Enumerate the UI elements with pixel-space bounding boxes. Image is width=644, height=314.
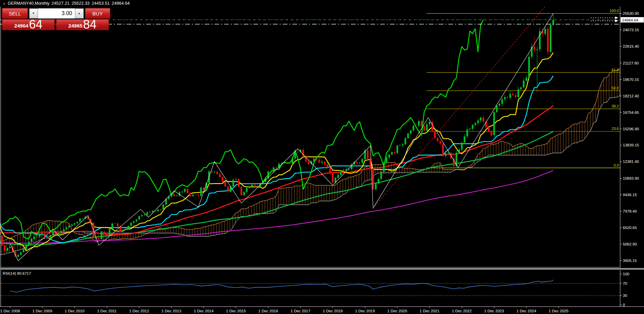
candle: [23, 249, 25, 252]
rsi-scale-label: 70: [623, 281, 627, 285]
chart-area[interactable]: 100.061.850.038.223.60.025530.9024073.15…: [0, 0, 644, 314]
candle: [458, 150, 460, 153]
price-axis-label: 13839.15: [623, 143, 639, 147]
candle: [125, 229, 127, 230]
candle: [437, 138, 439, 141]
price-axis[interactable]: 25530.9024073.1522615.4021127.9019670.15…: [620, 11, 644, 263]
candle: [550, 25, 552, 52]
candle: [36, 237, 38, 237]
candle: [257, 186, 258, 187]
candle: [112, 223, 113, 229]
candle: [405, 138, 406, 144]
price-axis-label: 9436.15: [623, 193, 637, 197]
price-axis-label: 10893.90: [623, 176, 639, 180]
candle: [507, 97, 509, 98]
price-axis-label: 19670.15: [623, 78, 639, 82]
candle: [198, 195, 199, 196]
candle: [461, 143, 463, 150]
candle: [47, 237, 49, 239]
candle: [42, 233, 43, 235]
time-axis-label: 1 Dec 2023: [484, 309, 504, 313]
price-axis-label: 15296.90: [623, 127, 639, 131]
candle: [152, 211, 154, 212]
candle: [20, 252, 22, 255]
rsi-pane[interactable]: [0, 280, 620, 296]
candle: [375, 183, 377, 189]
sell-price-main: 24964: [14, 23, 29, 29]
candle: [421, 121, 422, 126]
time-axis-label: 1 Dec 2013: [162, 309, 182, 313]
candle: [520, 87, 522, 89]
candle: [34, 237, 35, 239]
candle: [192, 195, 194, 196]
candle: [539, 31, 541, 49]
candle: [26, 245, 27, 249]
candle: [356, 162, 358, 163]
volume-input[interactable]: [38, 8, 75, 18]
fib-level-label: 23.6: [612, 127, 619, 131]
pane-resize-separator[interactable]: [0, 268, 644, 270]
candle: [335, 178, 336, 182]
candle: [418, 121, 420, 126]
candle: [227, 186, 229, 192]
candles-layer: [0, 13, 554, 257]
candle: [364, 150, 366, 159]
candle: [359, 163, 361, 164]
time-axis-label: 1 Dec 2009: [33, 309, 52, 313]
candle: [219, 174, 221, 177]
time-axis[interactable]: 1 Dec 20081 Dec 20091 Dec 20101 Dec 2011…: [0, 307, 569, 313]
price-axis-label: 22615.40: [623, 44, 639, 48]
candle: [337, 175, 339, 178]
candle: [397, 145, 398, 153]
candle: [195, 195, 197, 195]
candle: [526, 78, 527, 81]
candle: [389, 154, 390, 158]
candle: [472, 125, 474, 129]
candle: [4, 245, 6, 251]
buy-price-display[interactable]: 24965 84: [56, 19, 109, 30]
candle: [93, 223, 94, 237]
candle: [238, 179, 240, 187]
candle: [104, 231, 105, 234]
price-axis-label: 24073.15: [623, 28, 639, 32]
candle: [61, 231, 62, 233]
rsi-scale-label: 30: [623, 294, 627, 298]
buy-price-pips: 84: [83, 19, 96, 30]
volume-increase-button[interactable]: ▲: [75, 8, 84, 18]
candle: [241, 187, 242, 195]
fib-level-label: 0.0: [614, 163, 619, 167]
candle: [187, 189, 189, 193]
candle: [225, 182, 226, 187]
sma-fast-line: [0, 105, 553, 235]
candle: [380, 172, 382, 179]
candle: [109, 229, 111, 235]
candle: [297, 152, 299, 152]
candle: [58, 233, 59, 234]
candle: [394, 152, 396, 153]
main-chart-plot[interactable]: 100.061.850.038.223.60.0: [0, 0, 623, 264]
candle: [469, 129, 471, 130]
price-axis-label: 25530.90: [623, 11, 639, 15]
fib-level-label: 100.0: [609, 9, 619, 13]
candle: [138, 216, 140, 220]
sell-price-display[interactable]: 24964 64: [2, 19, 55, 30]
candle: [547, 29, 549, 52]
candle: [467, 130, 468, 137]
price-axis-label: 21127.90: [623, 61, 639, 65]
candle: [453, 159, 455, 166]
candle: [136, 219, 137, 221]
candle: [251, 185, 253, 186]
sell-price-pips: 64: [29, 19, 42, 30]
one-click-trading-panel: SELL ▼ ▲ BUY 24964 64 24965 84: [2, 8, 110, 30]
candle: [399, 145, 401, 146]
candle: [413, 126, 414, 130]
time-axis-label: 1 Dec 2014: [194, 309, 214, 313]
candle: [243, 192, 245, 195]
time-axis-label: 1 Dec 2008: [0, 309, 20, 313]
candle: [130, 223, 132, 226]
candle: [407, 134, 409, 138]
time-axis-label: 1 Dec 2018: [323, 309, 343, 313]
volume-decrease-button[interactable]: ▼: [29, 8, 38, 18]
sell-button[interactable]: SELL: [2, 8, 28, 19]
candle: [504, 97, 506, 99]
